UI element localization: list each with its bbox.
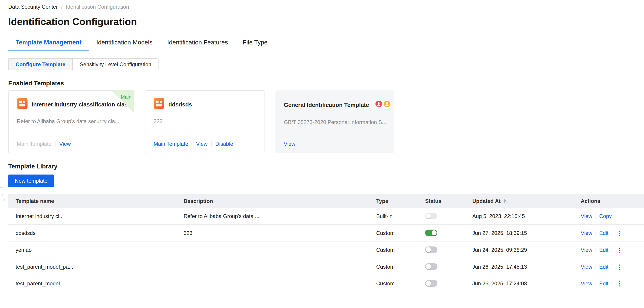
table-row: yemao Custom Jun 24, 2025, 09:38:29 View… xyxy=(8,242,644,258)
divider xyxy=(596,281,596,286)
divider xyxy=(596,247,596,252)
more-actions-icon[interactable]: ⋮ xyxy=(615,264,623,270)
toggle-knob xyxy=(426,264,431,269)
subtab-configure-template[interactable]: Configure Template xyxy=(9,59,72,70)
tab-file-type[interactable]: File Type xyxy=(235,34,275,51)
status-toggle[interactable] xyxy=(425,213,437,220)
edit-link[interactable]: Edit xyxy=(599,247,608,253)
page-title: Identification Configuration xyxy=(8,16,644,28)
view-action[interactable]: View xyxy=(196,141,208,147)
breadcrumb-root[interactable]: Data Security Center xyxy=(8,4,58,10)
more-actions-icon[interactable]: ⋮ xyxy=(615,230,623,236)
red-person-icon xyxy=(376,101,382,109)
view-link[interactable]: View xyxy=(581,247,592,253)
yellow-person-icon xyxy=(384,101,390,109)
edit-link[interactable]: Edit xyxy=(599,280,608,286)
view-link[interactable]: View xyxy=(581,264,592,270)
template-library-table: Template name Description Type Status Up… xyxy=(8,194,644,292)
disable-action[interactable]: Disable xyxy=(215,141,233,147)
status-toggle[interactable] xyxy=(425,230,437,236)
breadcrumb: Data Security Center / Identification Co… xyxy=(0,0,644,10)
template-icon xyxy=(17,98,28,110)
divider xyxy=(211,141,212,147)
divider xyxy=(612,264,612,269)
sub-tabs: Configure Template Sensitivity Level Con… xyxy=(8,58,159,70)
header-status: Status xyxy=(425,198,472,204)
cell-status xyxy=(425,280,472,287)
view-link[interactable]: View xyxy=(581,230,592,236)
cell-type: Built-in xyxy=(376,213,425,219)
enabled-template-card: ddsdsds 323 Main Template View Disable xyxy=(145,90,264,153)
cell-updated-at: Jun 27, 2025, 18:39:15 xyxy=(472,230,581,236)
cell-type: Custom xyxy=(376,247,425,253)
cell-type: Custom xyxy=(376,280,425,286)
cell-actions: View Edit ⋮ xyxy=(581,264,644,270)
table-row: Internet industry cl... Refer to Alibaba… xyxy=(8,208,644,225)
breadcrumb-separator: / xyxy=(61,4,63,10)
enabled-template-card: General Identification Template xyxy=(275,90,394,153)
breadcrumb-current: Identification Configuration xyxy=(66,4,129,10)
view-link[interactable]: View xyxy=(581,213,592,219)
card-description: GB/T 35273-2020 Personal Information S..… xyxy=(284,119,386,125)
cell-template-name: yemao xyxy=(8,247,184,253)
status-toggle[interactable] xyxy=(425,280,437,287)
tab-identification-features[interactable]: Identification Features xyxy=(160,34,235,51)
cell-template-name: test_parent_model xyxy=(8,280,184,286)
divider xyxy=(596,230,596,236)
enabled-templates-cards: Main Internet industry classification cl… xyxy=(8,90,644,153)
more-actions-icon[interactable]: ⋮ xyxy=(615,280,623,286)
header-updated-at-label: Updated At xyxy=(472,198,500,204)
status-toggle[interactable] xyxy=(425,246,437,253)
toggle-knob xyxy=(426,281,431,286)
edit-link[interactable]: Edit xyxy=(599,230,608,236)
cell-updated-at: Jun 26, 2025, 17:45:13 xyxy=(472,264,581,270)
cell-status xyxy=(425,263,472,270)
header-template-name: Template name xyxy=(8,198,184,204)
main-tabs: Template Management Identification Model… xyxy=(0,34,644,51)
template-library-heading: Template Library xyxy=(8,163,644,170)
new-template-button[interactable]: New template xyxy=(8,174,54,187)
table-header: Template name Description Type Status Up… xyxy=(8,194,644,208)
edit-link[interactable]: Edit xyxy=(599,264,608,270)
tab-identification-models[interactable]: Identification Models xyxy=(89,34,160,51)
divider xyxy=(192,141,192,147)
toggle-knob xyxy=(432,230,436,235)
view-action[interactable]: View xyxy=(284,141,295,147)
cell-description: Refer to Alibaba Group's data ... xyxy=(184,213,376,219)
header-type: Type xyxy=(376,198,425,204)
cell-template-name: test_parent_model_pa... xyxy=(8,264,184,270)
sidebar-collapse-handle[interactable]: ‹ xyxy=(0,187,5,201)
enabled-template-card: Main Internet industry classification cl… xyxy=(8,90,134,153)
enabled-templates-heading: Enabled Templates xyxy=(8,80,644,87)
table-row: test_parent_model Custom Jun 26, 2025, 1… xyxy=(8,275,644,292)
cell-status xyxy=(425,246,472,253)
view-action[interactable]: View xyxy=(59,141,71,147)
cell-template-name: Internet industry cl... xyxy=(8,213,184,219)
card-description: 323 xyxy=(154,118,256,124)
main-ribbon: Main xyxy=(111,90,134,113)
toggle-knob xyxy=(426,247,431,252)
divider xyxy=(612,247,612,252)
divider xyxy=(596,264,596,269)
status-toggle[interactable] xyxy=(425,263,437,270)
divider xyxy=(612,281,612,286)
cell-actions: View Edit ⋮ xyxy=(581,247,644,253)
cell-updated-at: Jun 26, 2025, 17:24:08 xyxy=(472,280,581,286)
view-link[interactable]: View xyxy=(581,280,592,286)
card-title: ddsdsds xyxy=(168,101,192,108)
cell-actions: View Edit ⋮ xyxy=(581,280,644,286)
subtab-sensitivity-level-configuration[interactable]: Sensitivity Level Configuration xyxy=(72,59,158,70)
cell-updated-at: Aug 5, 2023, 22:15:45 xyxy=(472,213,581,219)
cell-status xyxy=(425,213,472,220)
cell-actions: View Copy ⋮ xyxy=(581,213,644,219)
sort-icon[interactable] xyxy=(503,198,508,204)
table-row: test_parent_model_pa... Custom Jun 26, 2… xyxy=(8,258,644,275)
cell-template-name: ddsdsds xyxy=(8,230,184,236)
main-template-action[interactable]: Main Template xyxy=(154,141,188,147)
header-actions: Actions xyxy=(581,198,644,204)
copy-link[interactable]: Copy xyxy=(599,213,612,219)
divider xyxy=(55,141,56,147)
tab-template-management[interactable]: Template Management xyxy=(8,34,89,51)
divider xyxy=(596,213,596,219)
more-actions-icon[interactable]: ⋮ xyxy=(615,247,623,253)
